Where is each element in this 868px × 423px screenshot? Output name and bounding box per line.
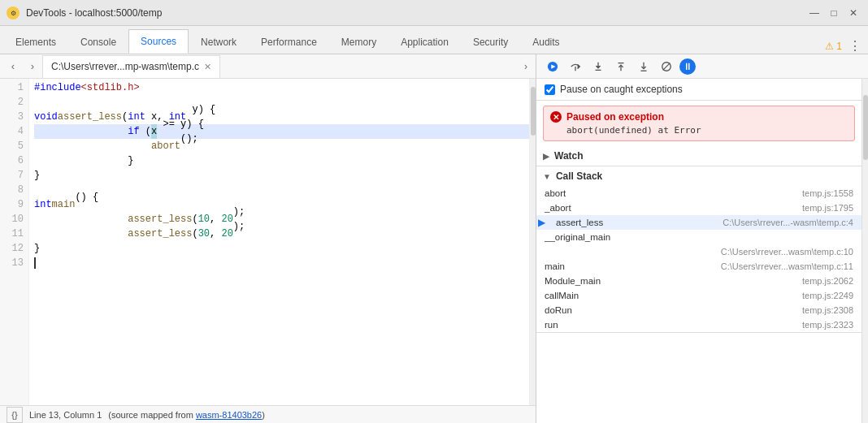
stack-fn-dorun: doRun bbox=[545, 305, 642, 315]
stack-fn-original-main: __original_main bbox=[545, 232, 642, 242]
titlebar: ⚙ DevTools - localhost:5000/temp — □ ✕ bbox=[0, 0, 868, 26]
stack-fn-main: main bbox=[545, 261, 642, 271]
tab-sources[interactable]: Sources bbox=[128, 29, 189, 54]
tab-memory[interactable]: Memory bbox=[329, 29, 388, 54]
watch-section-header[interactable]: ▶ Watch bbox=[536, 146, 861, 166]
callstack-section-label: Call Stack bbox=[556, 170, 602, 182]
debug-right: Pause on caught exceptions ✕ Paused on e… bbox=[536, 79, 868, 423]
debug-main: Pause on caught exceptions ✕ Paused on e… bbox=[536, 79, 861, 423]
stack-loc-assert-less: C:\Users\rrever...-wasm\temp.c:4 bbox=[723, 218, 853, 227]
step-button[interactable] bbox=[634, 57, 653, 76]
code-line-2 bbox=[34, 95, 529, 110]
callstack-section-header[interactable]: ▼ Call Stack bbox=[536, 166, 861, 186]
code-line-6: } bbox=[34, 153, 529, 168]
tab-network[interactable]: Network bbox=[189, 29, 249, 54]
maximize-button[interactable]: □ bbox=[826, 5, 842, 21]
stack-fn-_abort: _abort bbox=[545, 203, 642, 213]
current-frame-arrow-icon: ▶ bbox=[538, 217, 545, 228]
error-icon: ✕ bbox=[550, 111, 562, 123]
stack-loc-main: C:\Users\rrever...wasm\temp.c:11 bbox=[721, 261, 853, 271]
file-tab-name: C:\Users\rrever...mp-wasm\temp.c bbox=[51, 61, 199, 72]
exception-title: ✕ Paused on exception bbox=[550, 111, 848, 123]
code-line-11: assert_less(30, 20); bbox=[34, 227, 529, 241]
cursor-position: Line 13, Column 1 bbox=[29, 410, 102, 420]
main-layout: ‹ › C:\Users\rrever...mp-wasm\temp.c ✕ ›… bbox=[0, 54, 868, 423]
watch-chevron-icon: ▶ bbox=[543, 152, 549, 161]
close-button[interactable]: ✕ bbox=[845, 5, 861, 21]
stack-item-original-main-loc[interactable]: C:\Users\rrever...wasm\temp.c:10 bbox=[536, 244, 861, 259]
step-into-button[interactable] bbox=[588, 57, 608, 76]
step-out-button[interactable] bbox=[611, 57, 631, 76]
main-tabbar: Elements Console Sources Network Perform… bbox=[0, 26, 868, 54]
step-over-button[interactable] bbox=[566, 57, 585, 76]
code-panel: ‹ › C:\Users\rrever...mp-wasm\temp.c ✕ ›… bbox=[0, 54, 536, 423]
svg-line-12 bbox=[663, 63, 671, 70]
debug-scrollbar[interactable] bbox=[861, 79, 868, 423]
exception-detail: abort(undefined) at Error bbox=[550, 125, 848, 136]
code-scrollbar[interactable] bbox=[529, 79, 536, 405]
stack-fn-assert-less: assert_less bbox=[545, 218, 642, 227]
code-area: 1 2 3 4 5 6 7 8 9 10 11 12 13 bbox=[0, 79, 536, 405]
stack-item-assert-less[interactable]: ▶ assert_less C:\Users\rrever...-wasm\te… bbox=[536, 215, 861, 230]
tab-performance[interactable]: Performance bbox=[249, 29, 329, 54]
tab-application[interactable]: Application bbox=[388, 29, 461, 54]
nav-back-button[interactable]: ‹ bbox=[3, 57, 23, 76]
stack-item-_abort[interactable]: _abort temp.js:1795 bbox=[536, 201, 861, 215]
source-map-info: (source mapped from wasm-81403b26) bbox=[108, 410, 265, 420]
file-tab-scroll-right[interactable]: › bbox=[516, 57, 536, 76]
svg-text:⚙: ⚙ bbox=[11, 10, 16, 17]
stack-loc-callmain: temp.js:2249 bbox=[802, 291, 853, 300]
pause-on-caught-exceptions: Pause on caught exceptions bbox=[536, 79, 861, 101]
stack-item-callmain[interactable]: callMain temp.js:2249 bbox=[536, 288, 861, 303]
tab-security[interactable]: Security bbox=[461, 29, 520, 54]
stack-loc-original-main: C:\Users\rrever...wasm\temp.c:10 bbox=[721, 247, 853, 257]
stack-loc-dorun: temp.js:2308 bbox=[802, 305, 853, 315]
code-line-1: #include <stdlib.h> bbox=[34, 80, 529, 95]
more-options-icon[interactable]: ⋮ bbox=[848, 38, 861, 54]
window-title: DevTools - localhost:5000/temp bbox=[26, 7, 800, 19]
line-numbers: 1 2 3 4 5 6 7 8 9 10 11 12 13 bbox=[0, 79, 29, 405]
stack-loc-module-main: temp.js:2062 bbox=[802, 276, 853, 286]
deactivate-breakpoints-button[interactable] bbox=[657, 57, 676, 76]
watch-section: ▶ Watch bbox=[536, 146, 861, 166]
pause-on-exceptions-button[interactable]: ⏸ bbox=[679, 58, 696, 75]
stack-item-run[interactable]: run temp.js:2323 bbox=[536, 317, 861, 332]
code-editor: 1 2 3 4 5 6 7 8 9 10 11 12 13 bbox=[0, 79, 536, 405]
warning-badge: ⚠ 1 bbox=[825, 41, 842, 52]
tab-audits[interactable]: Audits bbox=[520, 29, 571, 54]
statusbar: {} Line 13, Column 1 (source mapped from… bbox=[0, 405, 536, 423]
code-line-13 bbox=[34, 256, 529, 270]
file-tabbar: ‹ › C:\Users\rrever...mp-wasm\temp.c ✕ › bbox=[0, 54, 536, 79]
stack-fn-module-main: Module_main bbox=[545, 276, 642, 286]
file-tab-close[interactable]: ✕ bbox=[204, 62, 211, 72]
watch-section-label: Watch bbox=[554, 150, 584, 162]
tab-elements[interactable]: Elements bbox=[3, 29, 68, 54]
debug-panel: ⏸ Pause on caught exceptions ✕ Paused on… bbox=[536, 54, 868, 423]
stack-item-module-main[interactable]: Module_main temp.js:2062 bbox=[536, 274, 861, 288]
pause-exceptions-checkbox[interactable] bbox=[545, 84, 555, 95]
exception-panel: ✕ Paused on exception abort(undefined) a… bbox=[543, 106, 855, 141]
stack-loc-_abort: temp.js:1795 bbox=[802, 203, 853, 213]
window-controls[interactable]: — □ ✕ bbox=[806, 5, 861, 21]
code-content[interactable]: #include <stdlib.h> void assert_less(int… bbox=[29, 79, 529, 405]
source-map-link[interactable]: wasm-81403b26 bbox=[196, 410, 262, 420]
resume-button[interactable] bbox=[543, 57, 562, 76]
stack-item-dorun[interactable]: doRun temp.js:2308 bbox=[536, 303, 861, 317]
minimize-button[interactable]: — bbox=[806, 5, 822, 21]
stack-fn-callmain: callMain bbox=[545, 291, 642, 300]
debug-toolbar: ⏸ bbox=[536, 54, 868, 79]
callstack-chevron-icon: ▼ bbox=[543, 172, 551, 181]
tab-console[interactable]: Console bbox=[68, 29, 128, 54]
stack-fn-abort: abort bbox=[545, 188, 642, 198]
callstack-section: ▼ Call Stack abort temp.js:1558 _abort bbox=[536, 166, 861, 333]
stack-loc-run: temp.js:2323 bbox=[802, 320, 853, 330]
stack-loc-abort: temp.js:1558 bbox=[802, 188, 853, 198]
stack-item-original-main[interactable]: __original_main bbox=[536, 230, 861, 244]
devtools-icon: ⚙ bbox=[7, 6, 20, 19]
format-button[interactable]: {} bbox=[7, 407, 23, 423]
file-tab[interactable]: C:\Users\rrever...mp-wasm\temp.c ✕ bbox=[42, 55, 220, 78]
stack-item-main[interactable]: main C:\Users\rrever...wasm\temp.c:11 bbox=[536, 259, 861, 274]
nav-forward-button[interactable]: › bbox=[23, 57, 42, 76]
pause-exceptions-label: Pause on caught exceptions bbox=[560, 84, 683, 95]
stack-item-abort[interactable]: abort temp.js:1558 bbox=[536, 186, 861, 201]
